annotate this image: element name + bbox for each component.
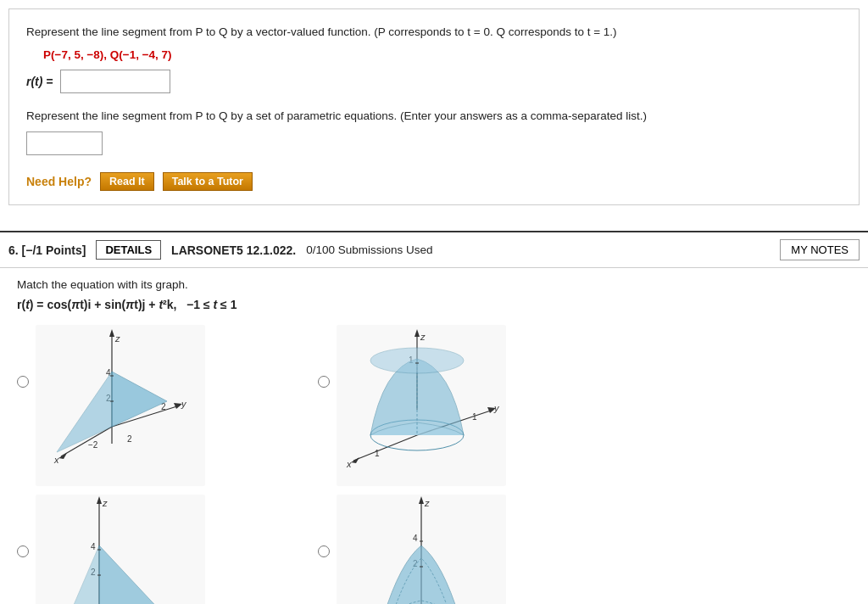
my-notes-button[interactable]: MY NOTES — [780, 239, 860, 260]
details-button[interactable]: DETAILS — [96, 240, 161, 260]
svg-text:1: 1 — [375, 449, 380, 458]
help-row: Need Help? Read It Talk to a Tutor — [26, 172, 842, 191]
talk-to-tutor-button[interactable]: Talk to a Tutor — [163, 172, 253, 191]
param-instruction: Represent the line segment from P to Q b… — [26, 107, 842, 126]
svg-text:4: 4 — [413, 534, 418, 543]
graph-c: z 4 2 y x 2 4 — [36, 495, 205, 604]
problem6-body: Match the equation with its graph. r(t) … — [0, 268, 868, 604]
graphs-grid: z 4 2 y 2 x −2 2 — [17, 325, 610, 604]
graph-b-svg: z 1 y 1 x 1 — [337, 325, 506, 486]
graph-a: z 4 2 y 2 x −2 2 — [36, 325, 205, 486]
graph-item-b: z 1 y 1 x 1 — [318, 325, 610, 486]
problem5-section: Represent the line segment from P to Q b… — [8, 8, 860, 205]
radio-b[interactable] — [318, 376, 330, 388]
submissions-text: 0/100 Submissions Used — [306, 243, 432, 256]
svg-text:1: 1 — [472, 412, 477, 422]
graph-item-d: z 4 2 y 2 x −2 2 2 — [318, 495, 610, 604]
radio-a[interactable] — [17, 376, 29, 388]
problem6-header: 6. [−/1 Points] DETAILS LARSONET5 12.1.0… — [0, 231, 868, 268]
need-help-label: Need Help? — [26, 175, 92, 188]
vector-input-row: r(t) = — [26, 70, 842, 93]
svg-text:z: z — [420, 332, 426, 342]
svg-text:z: z — [114, 333, 120, 344]
read-it-button[interactable]: Read It — [100, 172, 154, 191]
radio-d[interactable] — [318, 545, 330, 557]
match-instruction: Match the equation with its graph. — [17, 278, 851, 291]
equation: r(t) = cos(πt)i + sin(πt)j + t²k, −1 ≤ t… — [17, 298, 851, 311]
svg-text:4: 4 — [91, 542, 96, 551]
svg-text:−2: −2 — [88, 440, 98, 450]
svg-text:z: z — [424, 498, 430, 508]
svg-text:x: x — [346, 459, 352, 469]
problem5-instruction: Represent the line segment from P to Q b… — [26, 23, 842, 42]
svg-text:z: z — [102, 498, 108, 508]
graph-a-svg: z 4 2 y 2 x −2 2 — [36, 325, 205, 486]
svg-point-33 — [370, 348, 464, 373]
problem6-left: 6. [−/1 Points] DETAILS LARSONET5 12.1.0… — [8, 240, 432, 260]
graph-item-c: z 4 2 y x 2 4 — [17, 495, 309, 604]
graph-d-svg: z 4 2 y 2 x −2 2 2 — [337, 495, 506, 604]
param-input[interactable] — [26, 131, 103, 155]
graph-c-svg: z 4 2 y x 2 4 — [36, 495, 205, 604]
points-label: 6. [−/1 Points] — [8, 243, 86, 257]
problem-ref: LARSONET5 12.1.022. — [171, 243, 296, 257]
vector-label: r(t) = — [26, 75, 53, 88]
vector-input[interactable] — [60, 70, 170, 93]
graph-d: z 4 2 y 2 x −2 2 2 — [337, 495, 506, 604]
divider — [0, 214, 868, 231]
graph-b: z 1 y 1 x 1 — [337, 325, 506, 486]
graph-item-a: z 4 2 y 2 x −2 2 — [17, 325, 309, 486]
svg-text:x: x — [53, 455, 59, 465]
point-coords: P(−7, 5, −8), Q(−1, −4, 7) — [43, 48, 842, 61]
svg-text:2: 2 — [127, 434, 132, 444]
radio-c[interactable] — [17, 545, 29, 557]
